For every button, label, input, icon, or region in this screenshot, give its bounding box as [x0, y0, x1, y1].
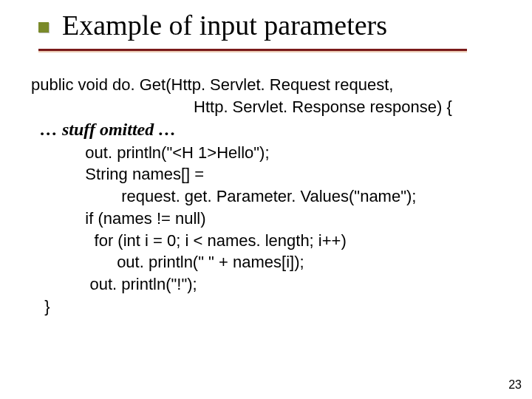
code-block: public void do. Get(Http. Servlet. Reque…: [31, 74, 510, 317]
slide-title: Example of input parameters: [62, 10, 387, 41]
page-number: 23: [508, 378, 522, 392]
slide: Example of input parameters public void …: [0, 0, 532, 399]
code-line: out. println(" " + names[i]);: [31, 253, 304, 271]
code-line: request. get. Parameter. Values("name");: [31, 187, 416, 205]
code-line: String names[] =: [31, 165, 204, 183]
title-bullet-icon: [38, 22, 49, 33]
code-line: if (names != null): [31, 209, 206, 228]
code-line: public void do. Get(Http. Servlet. Reque…: [31, 75, 393, 94]
title-row: Example of input parameters: [38, 10, 502, 41]
code-line: }: [31, 297, 50, 316]
omitted-note: … stuff omitted …: [31, 120, 176, 139]
code-line: Http. Servlet. Response response) {: [31, 98, 452, 116]
code-line: out. println("!");: [31, 275, 197, 293]
code-line: for (int i = 0; i < names. length; i++): [31, 231, 347, 250]
code-line: out. println("<H 1>Hello");: [31, 143, 270, 162]
title-underline-shadow: [38, 51, 467, 52]
